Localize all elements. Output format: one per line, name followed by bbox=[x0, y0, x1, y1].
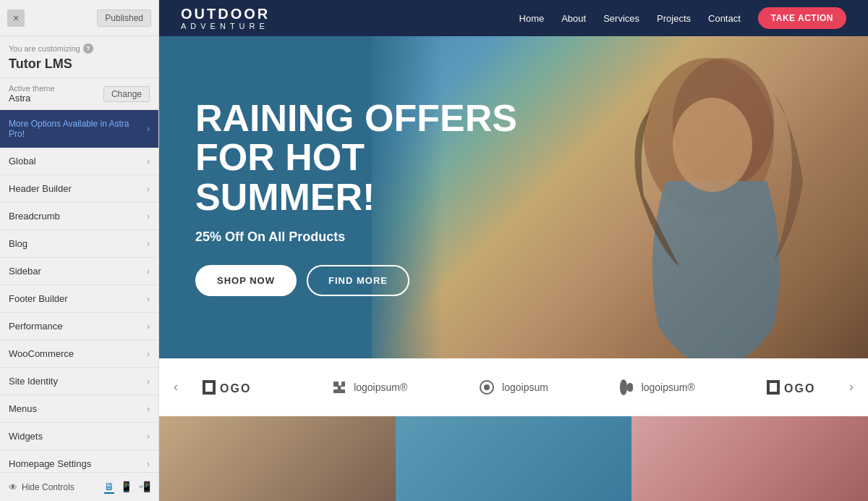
svg-rect-8 bbox=[620, 379, 627, 395]
astra-promo-label: More Options Available in Astra Pro! bbox=[9, 119, 147, 139]
logo-icon-4 bbox=[620, 379, 634, 395]
hero-subtitle: 25% Off On All Products bbox=[195, 230, 549, 245]
svg-rect-4 bbox=[205, 383, 213, 392]
partner-logo-5: OGO bbox=[767, 376, 825, 398]
logos-next-button[interactable]: › bbox=[849, 379, 854, 395]
desktop-icon[interactable]: 🖥 bbox=[104, 481, 114, 494]
svg-point-7 bbox=[484, 384, 490, 390]
partner-logo-2: logoipsum® bbox=[332, 380, 407, 395]
menu-item-header-builder[interactable]: Header Builder › bbox=[0, 175, 158, 203]
preview-area: OUTDOOR ADVENTURE Home About Services Pr… bbox=[159, 0, 868, 501]
menu-item-footer-builder[interactable]: Footer Builder › bbox=[0, 285, 158, 313]
site-navigation: OUTDOOR ADVENTURE Home About Services Pr… bbox=[159, 0, 868, 36]
svg-rect-11 bbox=[770, 383, 777, 392]
customizer-panel: × Published You are customizing ? Tutor … bbox=[0, 0, 159, 501]
panel-header: × Published bbox=[0, 0, 158, 36]
chevron-right-icon: › bbox=[147, 184, 150, 194]
published-badge: Published bbox=[97, 9, 151, 27]
logo-svg-1: OGO bbox=[203, 376, 260, 398]
nav-home[interactable]: Home bbox=[519, 13, 545, 24]
chevron-right-icon: › bbox=[147, 294, 150, 304]
svg-text:OGO: OGO bbox=[784, 382, 815, 395]
menu-item-woocommerce[interactable]: WooCommerce › bbox=[0, 340, 158, 368]
theme-name: Astra bbox=[9, 93, 55, 104]
hero-section: RAINING OFFERS FOR HOT SUMMER! 25% Off O… bbox=[159, 36, 868, 358]
cards-row bbox=[159, 416, 868, 501]
card-3 bbox=[631, 416, 868, 501]
customizer-meta: You are customizing ? Tutor LMS bbox=[0, 36, 158, 78]
site-title: Tutor LMS bbox=[9, 56, 150, 72]
chevron-right-icon: › bbox=[147, 459, 150, 469]
menu-item-performance[interactable]: Performance › bbox=[0, 313, 158, 340]
chevron-right-icon: › bbox=[147, 349, 150, 359]
hero-content: RAINING OFFERS FOR HOT SUMMER! 25% Off O… bbox=[159, 98, 549, 297]
help-icon[interactable]: ? bbox=[83, 43, 93, 54]
chevron-right-icon: › bbox=[147, 376, 150, 387]
eye-icon: 👁 bbox=[9, 482, 17, 492]
chevron-right-icon: › bbox=[147, 156, 150, 167]
nav-services[interactable]: Services bbox=[603, 13, 639, 24]
nav-contact[interactable]: Contact bbox=[708, 13, 741, 24]
menu-item-breadcrumb[interactable]: Breadcrumb › bbox=[0, 203, 158, 230]
chevron-right-icon: › bbox=[147, 239, 150, 249]
theme-label: Active theme bbox=[9, 84, 55, 93]
chevron-right-icon: › bbox=[147, 404, 150, 414]
partner-logo-3: logoipsum bbox=[479, 379, 548, 395]
svg-point-2 bbox=[673, 98, 752, 192]
hero-title: RAINING OFFERS FOR HOT SUMMER! bbox=[195, 98, 549, 217]
mobile-icon[interactable]: 📲 bbox=[138, 481, 150, 494]
astra-promo-chevron-icon: › bbox=[147, 124, 150, 134]
menu-item-site-identity[interactable]: Site Identity › bbox=[0, 368, 158, 395]
hero-image bbox=[521, 36, 825, 358]
menu-item-blog[interactable]: Blog › bbox=[0, 230, 158, 258]
menu-item-global[interactable]: Global › bbox=[0, 148, 158, 175]
logos-row: OGO logoipsum® logoipsum bbox=[178, 376, 849, 398]
card-2 bbox=[396, 416, 632, 501]
svg-text:OGO: OGO bbox=[220, 382, 251, 395]
menu-item-sidebar[interactable]: Sidebar › bbox=[0, 258, 158, 285]
close-button[interactable]: × bbox=[7, 9, 25, 27]
primary-menu-section: Global › Header Builder › Breadcrumb › B… bbox=[0, 148, 158, 368]
chevron-right-icon: › bbox=[147, 211, 150, 222]
nav-links: Home About Services Projects Contact TAK… bbox=[519, 7, 846, 29]
chevron-right-icon: › bbox=[147, 321, 150, 332]
tablet-icon[interactable]: 📱 bbox=[120, 481, 132, 494]
menu-item-widgets[interactable]: Widgets › bbox=[0, 423, 158, 450]
logo-icon-3 bbox=[479, 379, 495, 395]
partner-logo-1: OGO bbox=[203, 376, 260, 398]
chevron-right-icon: › bbox=[147, 431, 150, 442]
nav-about[interactable]: About bbox=[561, 13, 586, 24]
change-theme-button[interactable]: Change bbox=[103, 86, 150, 102]
bottom-controls: 👁 Hide Controls 🖥 📱 📲 bbox=[0, 472, 159, 501]
take-action-button[interactable]: TAKE ACTION bbox=[758, 7, 846, 29]
nav-projects[interactable]: Projects bbox=[657, 13, 691, 24]
customizing-label: You are customizing ? bbox=[9, 43, 150, 54]
find-more-button[interactable]: FIND MORE bbox=[307, 265, 409, 296]
hide-controls-button[interactable]: 👁 Hide Controls bbox=[9, 482, 75, 492]
astra-promo-banner[interactable]: More Options Available in Astra Pro! › bbox=[0, 110, 158, 148]
shop-now-button[interactable]: SHOP NOW bbox=[195, 265, 297, 296]
hero-buttons: SHOP NOW FIND MORE bbox=[195, 265, 549, 296]
svg-rect-9 bbox=[627, 383, 633, 392]
theme-row: Active theme Astra Change bbox=[0, 78, 158, 110]
site-logo: OUTDOOR ADVENTURE bbox=[181, 6, 270, 30]
logos-strip: ‹ OGO logoipsum® bbox=[159, 358, 868, 416]
device-switcher: 🖥 📱 📲 bbox=[104, 481, 150, 494]
logo-svg-5: OGO bbox=[767, 376, 825, 398]
chevron-right-icon: › bbox=[147, 266, 150, 277]
menu-item-menus[interactable]: Menus › bbox=[0, 395, 158, 423]
partner-logo-4: logoipsum® bbox=[620, 379, 695, 395]
logo-icon-2 bbox=[332, 380, 346, 395]
card-1 bbox=[159, 416, 396, 501]
